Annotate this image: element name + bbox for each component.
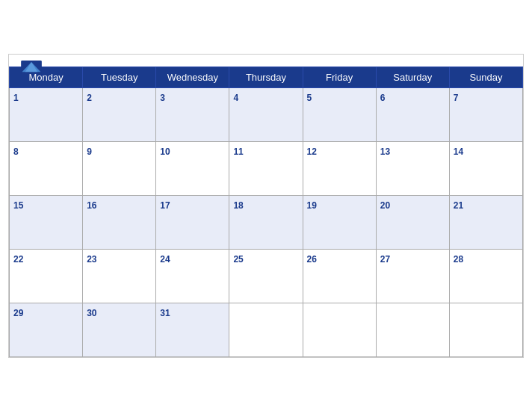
calendar-day-cell: 13 — [376, 141, 449, 195]
date-number: 11 — [233, 146, 243, 157]
empty-cell — [303, 303, 376, 356]
date-number: 31 — [160, 308, 170, 318]
date-number: 4 — [233, 93, 238, 103]
calendar-day-cell: 20 — [376, 195, 449, 249]
calendar-day-cell: 4 — [229, 87, 303, 141]
date-number: 3 — [160, 93, 165, 103]
date-number: 14 — [454, 146, 463, 157]
calendar-day-cell: 31 — [156, 303, 229, 356]
date-number: 17 — [160, 200, 170, 211]
weekday-header-sunday: Sunday — [449, 67, 522, 87]
calendar-day-cell: 28 — [449, 249, 522, 303]
calendar-day-cell: 16 — [83, 195, 156, 249]
calendar-day-cell: 10 — [156, 141, 229, 195]
date-number: 28 — [454, 254, 463, 265]
calendar-day-cell: 25 — [229, 249, 303, 303]
generalblue-logo-icon — [21, 61, 42, 74]
calendar-day-cell: 27 — [376, 249, 449, 303]
calendar-week-row: 1234567 — [10, 87, 523, 141]
empty-cell — [376, 303, 449, 356]
calendar-week-row: 22232425262728 — [10, 249, 523, 303]
date-number: 29 — [13, 308, 23, 318]
date-number: 1 — [13, 93, 19, 103]
date-number: 13 — [380, 146, 390, 157]
calendar-day-cell: 15 — [10, 195, 83, 249]
calendar-day-cell: 3 — [156, 87, 229, 141]
calendar-day-cell: 12 — [303, 141, 376, 195]
date-number: 21 — [454, 200, 463, 211]
weekday-header-wednesday: Wednesday — [156, 67, 229, 87]
calendar-day-cell: 30 — [83, 303, 156, 356]
date-number: 23 — [87, 254, 96, 265]
calendar-day-cell: 14 — [449, 141, 522, 195]
date-number: 20 — [380, 200, 390, 211]
calendar-day-cell: 18 — [229, 195, 303, 249]
calendar-day-cell: 19 — [303, 195, 376, 249]
date-number: 26 — [307, 254, 317, 265]
calendar-day-cell: 1 — [10, 87, 83, 141]
calendar-day-cell: 22 — [10, 249, 83, 303]
date-number: 9 — [87, 146, 92, 157]
date-number: 24 — [160, 254, 170, 265]
weekday-header-thursday: Thursday — [229, 67, 303, 87]
calendar-day-cell: 26 — [303, 249, 376, 303]
logo-area — [21, 61, 42, 75]
empty-cell — [449, 303, 522, 356]
calendar-day-cell: 6 — [376, 87, 449, 141]
date-number: 10 — [160, 146, 170, 157]
calendar-day-cell: 2 — [83, 87, 156, 141]
date-number: 8 — [13, 146, 19, 157]
calendar-day-cell: 17 — [156, 195, 229, 249]
date-number: 25 — [233, 254, 243, 265]
weekday-header-row: MondayTuesdayWednesdayThursdayFridaySatu… — [10, 67, 523, 87]
date-number: 6 — [380, 93, 386, 103]
calendar-day-cell: 7 — [449, 87, 522, 141]
calendar-day-cell: 5 — [303, 87, 376, 141]
weekday-header-tuesday: Tuesday — [83, 67, 156, 87]
calendar-week-row: 15161718192021 — [10, 195, 523, 249]
calendar-container: MondayTuesdayWednesdayThursdayFridaySatu… — [8, 54, 524, 358]
calendar-day-cell: 29 — [10, 303, 83, 356]
calendar-week-row: 891011121314 — [10, 141, 523, 195]
date-number: 16 — [87, 200, 96, 211]
date-number: 12 — [307, 146, 317, 157]
calendar-day-cell: 21 — [449, 195, 522, 249]
calendar-day-cell: 8 — [10, 141, 83, 195]
calendar-day-cell: 23 — [83, 249, 156, 303]
weekday-header-saturday: Saturday — [376, 67, 449, 87]
calendar-header — [9, 55, 523, 67]
date-number: 30 — [87, 308, 96, 318]
calendar-day-cell: 24 — [156, 249, 229, 303]
date-number: 2 — [87, 93, 92, 103]
date-number: 5 — [307, 93, 312, 103]
empty-cell — [229, 303, 303, 356]
date-number: 7 — [454, 93, 459, 103]
calendar-day-cell: 9 — [83, 141, 156, 195]
weekday-header-friday: Friday — [303, 67, 376, 87]
date-number: 18 — [233, 200, 243, 211]
calendar-week-row: 293031 — [10, 303, 523, 356]
calendar-table: MondayTuesdayWednesdayThursdayFridaySatu… — [9, 67, 523, 357]
date-number: 27 — [380, 254, 390, 265]
date-number: 19 — [307, 200, 317, 211]
calendar-day-cell: 11 — [229, 141, 303, 195]
date-number: 15 — [13, 200, 23, 211]
date-number: 22 — [13, 254, 23, 265]
